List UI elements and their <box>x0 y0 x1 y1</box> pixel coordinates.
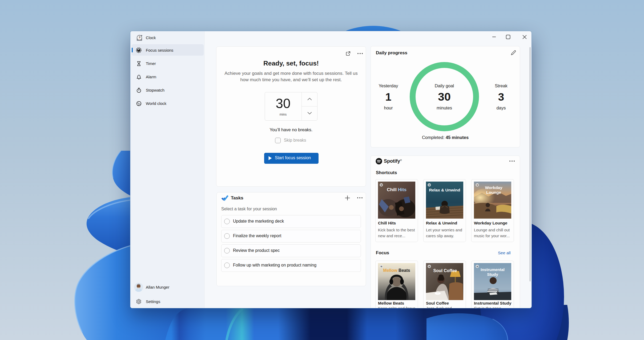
svg-text:Chill Hits: Chill Hits <box>387 187 406 192</box>
svg-text:Lounge: Lounge <box>486 190 501 195</box>
svg-text:Study: Study <box>487 272 498 277</box>
svg-text:Instrumental: Instrumental <box>481 267 505 272</box>
svg-text:Mellow Beats: Mellow Beats <box>383 268 410 273</box>
svg-text:Relax & Unwind: Relax & Unwind <box>429 188 460 192</box>
svg-text:Soul Coffee: Soul Coffee <box>433 268 457 273</box>
svg-text:Workday: Workday <box>485 185 502 190</box>
